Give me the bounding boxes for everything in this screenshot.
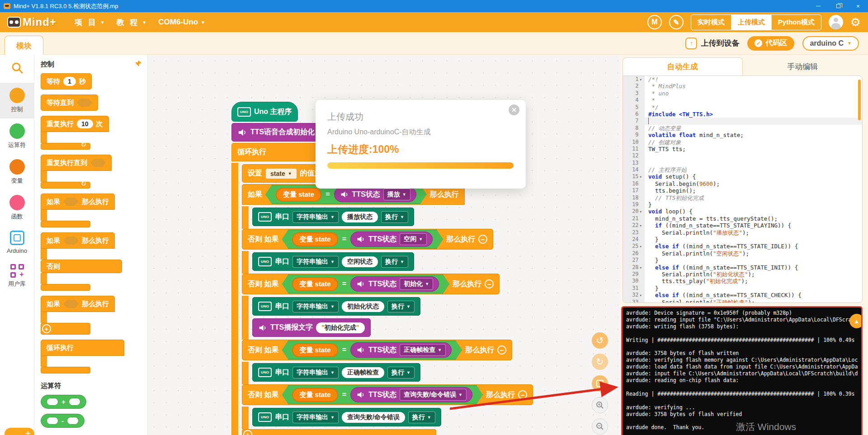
serial-print-block[interactable]: UNO串口字符串输出 ▼正确帧检查换行 ▼ <box>252 363 420 382</box>
code-line[interactable]: 21▾ mind_n_state = tts.tts_queryState(); <box>623 215 862 222</box>
tts-speak-text-input[interactable]: "初始化完成" <box>316 322 364 333</box>
boolean-slot[interactable] <box>77 99 92 107</box>
code-line[interactable]: 20▾void loop() { <box>623 208 862 215</box>
code-line[interactable]: 29▾ Serial.println("初始化状态"); <box>623 271 862 278</box>
if-elseif-chain-block[interactable]: 如果变量 state=TTS状态播放 ▼那么执行UNO串口字符串输出 ▼播放状态… <box>242 184 533 435</box>
code-line[interactable]: 1▾/*! <box>623 76 862 83</box>
serial-text-input[interactable]: 播放状态 <box>342 212 378 222</box>
tts-state-dropdown[interactable]: 查询失败/命令错误 ▼ <box>400 389 467 401</box>
code-line[interactable]: 10▾// 创建对象 <box>623 139 862 146</box>
serial-text-input[interactable]: 初始化状态 <box>342 301 384 312</box>
serial-print-block[interactable]: UNO串口字符串输出 ▼初始化状态换行 ▼ <box>252 297 420 316</box>
redo-button[interactable]: ↻ <box>592 354 608 370</box>
sidebar-item-functions[interactable]: 函数 <box>0 190 34 226</box>
code-line[interactable]: 16▾ Serial.begin(9600); <box>623 180 862 187</box>
mode-realtime[interactable]: 实时模式 <box>691 15 731 30</box>
center-view-button[interactable] <box>592 375 608 392</box>
palette-wait-until-block[interactable]: 等待直到 <box>41 95 98 111</box>
code-area-toggle[interactable]: ✓ 代码区 <box>747 36 794 51</box>
add-extension-button[interactable]: + <box>5 428 34 435</box>
edit-icon[interactable]: ✎ <box>669 15 684 29</box>
script-canvas[interactable]: UNO Uno 主程序 TTS语音合成初始化 循环执行 设置 state▼ 的值… <box>148 55 620 435</box>
tab-manual-edit[interactable]: 手动编辑 <box>743 57 863 76</box>
expand-plus-icon[interactable]: + <box>243 430 252 435</box>
serial-newline-dropdown[interactable]: 换行 ▼ <box>387 367 415 378</box>
palette-if-expandable-block[interactable]: 如果那么执行 + <box>41 296 115 335</box>
palette-subtract-operator[interactable]: - <box>41 414 85 428</box>
variable-state-reporter[interactable]: 变量 state <box>292 388 338 402</box>
code-line[interactable]: 3▾ * uno <box>623 90 862 97</box>
collapse-minus-icon[interactable]: − <box>485 279 494 288</box>
tts-state-reporter[interactable]: TTS状态正确帧检查 ▼ <box>350 342 452 358</box>
if-arm[interactable]: 否则 如果变量 state=TTS状态初始化 ▼那么执行− <box>242 274 500 294</box>
code-line[interactable]: 4▾ * <box>623 97 862 104</box>
zoom-out-button[interactable] <box>592 418 608 435</box>
tab-modules[interactable]: 模块 <box>5 36 43 55</box>
code-line[interactable]: 14▾// 主程序开始 <box>623 166 862 173</box>
serial-newline-dropdown[interactable]: 换行 ▼ <box>387 301 415 312</box>
code-line[interactable]: 11▾TW_TTS tts; <box>623 146 862 152</box>
code-line[interactable]: 19▾} <box>623 201 862 208</box>
code-line[interactable]: 33▾ Serial.println("正确帧检查"); <box>623 299 862 303</box>
if-arm[interactable]: 否则 如果变量 state=TTS状态正确帧检查 ▼那么执行− <box>242 340 512 360</box>
code-line[interactable]: 17▾ tts.begin(); <box>623 187 862 194</box>
upload-to-device-button[interactable]: ↑ 上传到设备 <box>685 38 739 49</box>
palette-if-block[interactable]: 如果那么执行 <box>41 194 115 227</box>
tts-state-reporter[interactable]: TTS状态播放 ▼ <box>334 187 416 202</box>
palette-if-else-block[interactable]: 如果那么执行 否则 <box>41 232 122 291</box>
wait-seconds-input[interactable]: 1 <box>63 77 76 86</box>
if-arm[interactable]: 否则 如果变量 state=TTS状态查询失败/命令错误 ▼那么执行− <box>242 384 533 405</box>
code-line[interactable]: 12▾ <box>623 152 862 159</box>
tts-state-reporter[interactable]: TTS状态查询失败/命令错误 ▼ <box>350 387 472 402</box>
serial-newline-dropdown[interactable]: 换行 ▼ <box>381 256 408 268</box>
tts-state-reporter[interactable]: TTS状态空闲 ▼ <box>350 232 433 247</box>
code-line[interactable]: 23▾ Serial.println("播放状态"); <box>623 229 862 236</box>
menu-tutorial[interactable]: 教 程▼ <box>117 17 147 28</box>
output-console[interactable]: avrdude: Device signature = 0x1e950f (pr… <box>621 306 863 435</box>
undo-button[interactable]: ↺ <box>592 332 608 349</box>
variable-state-reporter[interactable]: 变量 state <box>292 277 338 291</box>
if-arm[interactable]: 否则 如果变量 state=TTS状态空闲 ▼那么执行− <box>242 229 493 250</box>
equals-operator[interactable]: 变量 state=TTS状态空闲 ▼ <box>282 230 443 249</box>
code-line[interactable]: 7▾ <box>623 118 862 124</box>
code-line[interactable]: 32▾ else if ((mind_n_state==TTS_STATE_CH… <box>623 292 862 298</box>
serial-print-block[interactable]: UNO串口字符串输出 ▼播放状态换行 ▼ <box>252 208 414 226</box>
settings-gear-icon[interactable]: ⚙ <box>850 15 861 29</box>
code-line[interactable]: 22▾ if ((mind_n_state==TTS_STATE_PLAYING… <box>623 222 862 229</box>
community-icon[interactable]: M <box>647 15 662 29</box>
equals-operator[interactable]: 变量 state=TTS状态正确帧检查 ▼ <box>282 340 462 359</box>
code-line[interactable]: 18▾ // TTS初始化完成 <box>623 194 862 201</box>
palette-repeat-until-block[interactable]: 重复执行直到 ↻ <box>41 155 112 189</box>
serial-mode-dropdown[interactable]: 字符串输出 ▼ <box>292 301 339 312</box>
code-line[interactable]: 27▾ } <box>623 257 862 264</box>
code-line[interactable]: 9▾volatile float mind_n_state; <box>623 132 862 138</box>
zoom-in-button[interactable] <box>592 397 608 413</box>
serial-print-block[interactable]: UNO串口字符串输出 ▼空闲状态换行 ▼ <box>252 252 414 271</box>
search-icon[interactable] <box>10 61 24 76</box>
mode-upload[interactable]: 上传模式 <box>731 15 771 30</box>
sidebar-item-variables[interactable]: 变量 <box>0 154 34 190</box>
serial-newline-dropdown[interactable]: 换行 ▼ <box>408 411 435 423</box>
user-avatar[interactable] <box>829 15 843 29</box>
close-button[interactable]: × <box>848 0 868 12</box>
serial-newline-dropdown[interactable]: 换行 ▼ <box>381 211 408 223</box>
code-line[interactable]: 25▾ else if ((mind_n_state==TTS_STATE_ID… <box>623 243 862 250</box>
minimize-button[interactable] <box>808 0 828 12</box>
tts-speak-block[interactable]: TTS播报文字"初始化完成" <box>252 318 371 337</box>
menu-device-port[interactable]: COM6-Uno▼ <box>158 18 205 27</box>
collapse-minus-icon[interactable]: − <box>497 345 506 355</box>
code-line[interactable]: 13▾ <box>623 160 862 166</box>
code-line[interactable]: 30▾ tts.tts_play("初始化完成"); <box>623 278 862 284</box>
code-line[interactable]: 8▾// 动态变量 <box>623 125 862 132</box>
variable-dropdown[interactable]: state▼ <box>265 168 297 179</box>
code-scrollbar[interactable] <box>858 80 861 120</box>
serial-mode-dropdown[interactable]: 字符串输出 ▼ <box>292 367 339 378</box>
tts-state-dropdown[interactable]: 初始化 ▼ <box>400 278 433 290</box>
serial-mode-dropdown[interactable]: 字符串输出 ▼ <box>292 211 339 223</box>
collapse-minus-icon[interactable]: − <box>478 235 487 244</box>
serial-mode-dropdown[interactable]: 字符串输出 ▼ <box>292 256 339 268</box>
palette-repeat-block[interactable]: 重复执行10次 ↻ <box>41 116 109 150</box>
tab-auto-generate[interactable]: 自动生成 <box>623 57 743 76</box>
serial-text-input[interactable]: 空闲状态 <box>342 256 378 267</box>
restore-button[interactable] <box>828 0 848 12</box>
